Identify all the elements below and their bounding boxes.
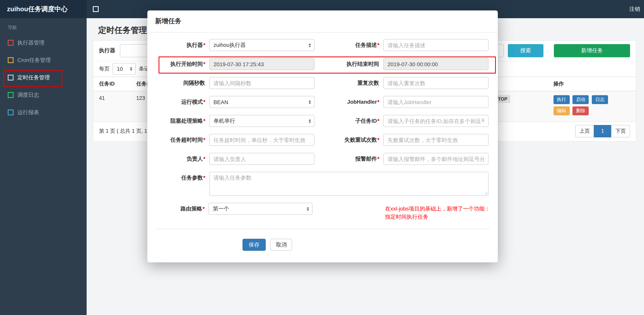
search-button[interactable]: 搜索	[508, 44, 544, 57]
end-time-label: 执行结束时间	[314, 58, 383, 70]
task-desc-input[interactable]	[383, 39, 488, 51]
edit-button[interactable]: 编辑	[553, 106, 570, 115]
required-star: *	[377, 156, 380, 162]
modal-footer: 保存 取消	[147, 229, 498, 262]
feature-note-line2: 指定时间执行任务	[385, 213, 490, 221]
modal-form: 执行器* zuihou执行器 任务描述* 执行开始时间* 执行结束时间	[147, 33, 498, 229]
timeout-label: 任务超时时间*	[155, 134, 209, 146]
next-page-button[interactable]: 下页	[611, 125, 630, 137]
executor-select-value: zuihou执行器	[214, 42, 246, 49]
sidebar-item-scheduled-task-management[interactable]: 定时任务管理	[0, 69, 87, 86]
per-page-prefix: 每页	[99, 65, 110, 72]
run-mode-select[interactable]: BEAN	[209, 96, 314, 108]
select-stepper-icon	[309, 119, 311, 123]
header-actions: 操作	[548, 77, 636, 91]
sidebar-item-cron-task-management[interactable]: Cron任务管理	[0, 52, 87, 69]
sidebar-item-dispatch-log[interactable]: 调度日志	[0, 86, 87, 104]
sidebar-item-executor-management[interactable]: 执行器管理	[0, 34, 87, 52]
per-page-select[interactable]: 10	[112, 63, 136, 75]
logout-link[interactable]: 注销	[629, 6, 640, 13]
route-strategy-label: 路由策略*	[155, 203, 208, 221]
screen: zuihou任务调度中心 注销 导航 执行器管理 Cron任务管理 定时任务管理	[0, 0, 644, 315]
timeout-input[interactable]	[209, 134, 314, 146]
required-star: *	[203, 205, 205, 212]
repeat-label: 重复次数	[314, 77, 383, 89]
select-stepper-icon	[130, 67, 132, 71]
form-row-param: 任务参数*	[155, 172, 490, 196]
run-mode-label: 运行模式*	[155, 96, 209, 108]
required-star: *	[203, 99, 206, 105]
cancel-button[interactable]: 取消	[270, 239, 292, 251]
brand-title: zuihou任务调度中心	[0, 0, 87, 18]
required-star: *	[203, 156, 206, 162]
child-job-id-label: 子任务ID*	[314, 115, 383, 127]
page-1-button[interactable]: 1	[594, 125, 612, 137]
required-star: *	[377, 42, 380, 48]
alarm-email-label: 报警邮件*	[314, 153, 383, 165]
form-row-times: 执行开始时间* 执行结束时间	[155, 58, 490, 70]
square-icon	[8, 40, 14, 46]
form-row-author-email: 负责人* 报警邮件*	[155, 153, 490, 165]
author-label: 负责人*	[155, 153, 209, 165]
form-row-executor-desc: 执行器* zuihou执行器 任务描述*	[155, 39, 490, 51]
required-star: *	[377, 137, 380, 143]
required-star: *	[203, 42, 206, 48]
feature-note: 在xxl-jobs项目的基础上，新增了一个功能： 指定时间执行任务	[381, 203, 490, 221]
route-strategy-select-value: 第一个	[213, 205, 229, 212]
sidebar: 导航 执行器管理 Cron任务管理 定时任务管理 调度日志 运行报表	[0, 18, 87, 315]
save-button[interactable]: 保存	[242, 239, 266, 251]
task-desc-label: 任务描述*	[314, 39, 383, 51]
execute-button[interactable]: 执行	[553, 95, 570, 104]
run-mode-select-value: BEAN	[214, 99, 228, 105]
end-time-input[interactable]	[383, 58, 488, 70]
fail-retry-label: 失败重试次数*	[314, 134, 383, 146]
block-strategy-select[interactable]: 单机串行	[209, 115, 314, 127]
alarm-email-input[interactable]	[383, 153, 488, 165]
per-page-value: 10	[117, 66, 123, 72]
required-star: *	[377, 118, 380, 124]
add-task-modal: 新增任务 执行器* zuihou执行器 任务描述* 执行开始时间* 执行结束时间	[147, 11, 498, 262]
action-line-1: 执行 启动 日志	[553, 95, 630, 104]
required-star: *	[203, 175, 206, 181]
repeat-input[interactable]	[383, 77, 488, 89]
log-button[interactable]: 日志	[592, 95, 608, 104]
square-icon	[8, 110, 14, 115]
header-task-id: 任务ID	[93, 77, 130, 91]
child-job-id-input[interactable]	[383, 115, 488, 127]
start-time-label: 执行开始时间*	[155, 58, 209, 70]
action-line-2: 编辑 删除	[553, 106, 630, 115]
interval-input[interactable]	[209, 77, 314, 89]
delete-button[interactable]: 删除	[573, 106, 589, 115]
start-button[interactable]: 启动	[573, 95, 589, 104]
select-stepper-icon	[309, 43, 311, 47]
form-row-route: 路由策略* 第一个 在xxl-jobs项目的基础上，新增了一个功能： 指定时间执…	[155, 203, 490, 221]
select-stepper-icon	[306, 207, 309, 211]
required-star: *	[377, 99, 380, 105]
executor-select[interactable]: zuihou执行器	[209, 39, 314, 51]
square-icon	[8, 92, 14, 98]
route-strategy-select[interactable]: 第一个	[208, 203, 312, 215]
fail-retry-input[interactable]	[383, 134, 488, 146]
form-row-timeout-retry: 任务超时时间* 失败重试次数*	[155, 134, 490, 146]
job-param-textarea[interactable]	[209, 172, 488, 196]
sidebar-item-label: Cron任务管理	[18, 57, 51, 64]
jobhandler-input[interactable]	[383, 96, 488, 108]
start-time-input[interactable]	[209, 58, 314, 70]
required-star: *	[203, 137, 206, 143]
modal-title: 新增任务	[147, 11, 498, 33]
jobhandler-label: JobHandler*	[314, 96, 383, 108]
form-row-interval-repeat: 间隔秒数 重复次数	[155, 77, 490, 89]
cell-task-id: 41	[93, 91, 130, 122]
executor-filter-label: 执行器	[99, 47, 115, 54]
pagination: 上页 1 下页	[575, 125, 630, 137]
author-input[interactable]	[209, 153, 314, 165]
sidebar-menu: 执行器管理 Cron任务管理 定时任务管理 调度日志 运行报表	[0, 34, 87, 121]
sidebar-item-run-report[interactable]: 运行报表	[0, 104, 87, 121]
feature-note-line1: 在xxl-jobs项目的基础上，新增了一个功能：	[385, 205, 490, 213]
add-task-button[interactable]: 新增任务	[554, 44, 630, 57]
sidebar-nav-label: 导航	[0, 18, 87, 34]
block-strategy-select-value: 单机串行	[214, 117, 235, 124]
job-param-label: 任务参数*	[155, 172, 209, 196]
prev-page-button[interactable]: 上页	[575, 125, 594, 137]
sidebar-collapse-icon[interactable]	[93, 6, 99, 12]
